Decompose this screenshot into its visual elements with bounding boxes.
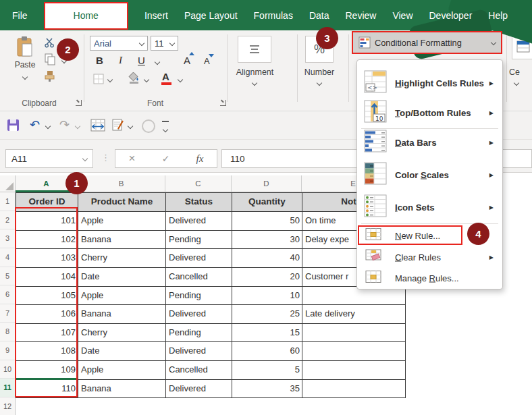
font-color-dropdown-chevron[interactable] <box>178 77 183 82</box>
number-expand-chevron[interactable] <box>317 80 322 86</box>
cancel-icon[interactable]: × <box>129 152 136 165</box>
copy-icon[interactable] <box>45 53 56 68</box>
font-dialog-launcher[interactable] <box>220 100 226 106</box>
enter-icon[interactable]: ✓ <box>162 153 170 164</box>
undo-icon[interactable]: ↶ <box>30 117 40 132</box>
underline-dropdown-chevron[interactable] <box>155 59 160 65</box>
cell[interactable]: 50 <box>232 212 302 231</box>
column-header-c[interactable]: C <box>165 175 232 192</box>
bold-button[interactable]: B <box>96 55 103 66</box>
menu-item-icon-sets[interactable]: Icon Sets ▶ <box>357 192 502 222</box>
row-header-3[interactable]: 3 <box>0 229 16 248</box>
cell[interactable]: 15 <box>232 324 302 343</box>
cell[interactable]: Apple <box>78 287 166 306</box>
tab-page-layout[interactable]: Page Layout <box>184 10 238 21</box>
cell[interactable]: 30 <box>232 231 302 250</box>
cell[interactable]: 20 <box>232 268 302 287</box>
header-cell[interactable]: Product Name <box>78 193 166 212</box>
cell[interactable]: Cherry <box>78 249 166 268</box>
drag-dots-icon[interactable]: ⋮ <box>101 153 110 163</box>
cell[interactable]: Delivered <box>166 212 232 231</box>
undo-dropdown-chevron[interactable] <box>45 123 51 129</box>
circle-tool-icon[interactable] <box>142 119 155 133</box>
cell[interactable]: Delivered <box>166 380 232 399</box>
row-header-10[interactable]: 10 <box>0 360 16 379</box>
cell[interactable]: Date <box>78 268 166 287</box>
column-header-b[interactable]: B <box>78 175 165 192</box>
row-header-12[interactable]: 12 <box>0 397 16 415</box>
cell[interactable]: Date <box>78 342 166 361</box>
row-header-1[interactable]: 1 <box>0 192 16 211</box>
cut-icon[interactable] <box>45 37 55 51</box>
cell[interactable]: Pending <box>166 324 232 343</box>
row-header-11[interactable]: 11 <box>0 379 16 397</box>
column-header-d[interactable]: D <box>232 175 302 192</box>
cell[interactable]: 60 <box>232 342 302 361</box>
header-cell[interactable]: Status <box>166 193 232 212</box>
alignment-icon[interactable] <box>238 36 271 63</box>
row-header-4[interactable]: 4 <box>0 248 16 267</box>
header-cell[interactable]: Quantity <box>232 193 302 212</box>
menu-item-color-scales[interactable]: Color Scales ▶ <box>357 160 502 190</box>
tab-formulas[interactable]: Formulas <box>254 10 293 21</box>
row-header-6[interactable]: 6 <box>0 285 16 304</box>
column-width-icon[interactable] <box>90 119 105 134</box>
font-color-icon[interactable]: A <box>162 71 169 82</box>
tab-help[interactable]: Help <box>488 10 508 21</box>
paste-dropdown-chevron[interactable] <box>22 74 28 80</box>
insert-function-icon[interactable]: fx <box>196 153 204 165</box>
cell-styles-expand-chevron[interactable] <box>514 80 519 86</box>
borders-icon[interactable] <box>93 74 104 87</box>
italic-button[interactable]: I <box>119 55 122 66</box>
cell[interactable]: Pending <box>166 231 232 250</box>
row-header-9[interactable]: 9 <box>0 341 16 360</box>
save-icon[interactable] <box>7 119 20 134</box>
name-box-chevron[interactable] <box>82 156 88 161</box>
row-header-7[interactable]: 7 <box>0 304 16 323</box>
menu-item-clear-rules[interactable]: Clear Rules ▶ <box>357 248 502 266</box>
cell[interactable]: 10 <box>232 287 302 306</box>
tab-data[interactable]: Data <box>309 10 329 21</box>
menu-item-data-bars[interactable]: Data Bars ▶ <box>357 128 502 157</box>
format-painter-icon[interactable] <box>45 71 55 84</box>
cell[interactable]: Late delivery <box>302 305 406 324</box>
tab-insert[interactable]: Insert <box>144 10 168 21</box>
tab-home[interactable]: Home <box>44 2 128 30</box>
font-name-combo[interactable]: Arial <box>90 36 148 51</box>
menu-item-highlight-cells-rules[interactable]: <> Highlight Cells Rules ▶ <box>357 68 502 98</box>
cell[interactable] <box>302 324 406 343</box>
cell[interactable]: Banana <box>78 231 166 250</box>
cell[interactable]: Delivered <box>166 305 232 324</box>
name-box[interactable]: A11 <box>5 149 93 168</box>
cell[interactable]: Delivered <box>166 249 232 268</box>
underline-button[interactable]: U <box>138 55 145 66</box>
clipboard-dialog-launcher[interactable] <box>76 100 82 106</box>
cell[interactable]: Cherry <box>78 324 166 343</box>
form-tool-icon[interactable] <box>112 118 124 134</box>
conditional-formatting-button[interactable]: Conditional Formatting <box>352 31 502 54</box>
fill-color-dropdown-chevron[interactable] <box>144 77 149 82</box>
cell[interactable] <box>302 380 406 399</box>
alignment-expand-chevron[interactable] <box>252 80 257 86</box>
menu-item-manage-rules[interactable]: Manage Rules... <box>357 269 502 287</box>
font-size-combo[interactable]: 11 <box>151 36 178 51</box>
cell[interactable]: 5 <box>232 361 302 380</box>
grow-font-button[interactable]: A <box>184 55 190 66</box>
paste-button[interactable]: Paste <box>9 36 41 82</box>
qat-customize-icon[interactable] <box>162 121 169 134</box>
menu-item-top-bottom-rules[interactable]: 10 Top/Bottom Rules ▶ <box>357 98 502 128</box>
cell[interactable]: 35 <box>232 380 302 399</box>
shrink-font-button[interactable]: A <box>204 56 210 66</box>
form-dropdown-chevron[interactable] <box>128 123 133 129</box>
cell[interactable]: Banana <box>78 305 166 324</box>
row-header-5[interactable]: 5 <box>0 267 16 286</box>
cell[interactable]: Cancelled <box>166 361 232 380</box>
row-header-2[interactable]: 2 <box>0 211 16 230</box>
select-all-corner[interactable] <box>0 175 16 192</box>
cell[interactable]: Pending <box>166 287 232 306</box>
row-header-8[interactable]: 8 <box>0 323 16 341</box>
cell[interactable]: 25 <box>232 305 302 324</box>
tab-review[interactable]: Review <box>346 10 377 21</box>
tab-developer[interactable]: Developer <box>429 10 473 21</box>
cell[interactable]: Cancelled <box>166 268 232 287</box>
